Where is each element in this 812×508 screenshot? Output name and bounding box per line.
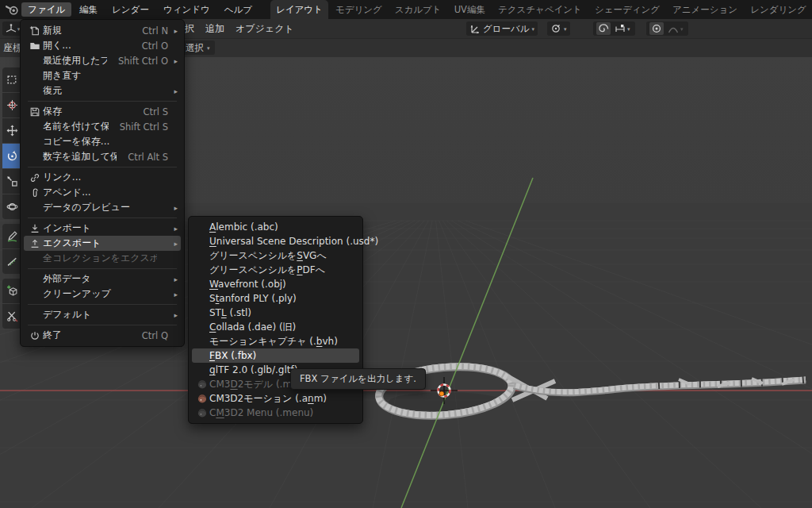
file-menu-item[interactable]: コピーを保存...: [24, 134, 181, 149]
workspace-tab-シェーディング[interactable]: シェーディング: [589, 0, 665, 19]
export-menu-item[interactable]: Universal Scene Description (.usd*): [192, 234, 359, 248]
falloff-curve-dropdown[interactable]: ▾: [666, 22, 685, 35]
menu-item-label: 新規: [43, 24, 131, 37]
file-menu-item[interactable]: 最近使用したファイルShift Ctrl O▸: [24, 53, 181, 68]
file-menu-item: 全コレクションをエクスポート: [24, 251, 181, 266]
menu-item-label: 全コレクションをエクスポート: [43, 252, 157, 265]
menu-separator: [28, 304, 177, 305]
workspace-tab-レイアウト[interactable]: レイアウト: [270, 0, 328, 19]
save-icon: [27, 106, 43, 117]
export-menu-item[interactable]: Alembic (.abc): [192, 220, 359, 234]
import-icon: [27, 223, 43, 234]
workspace-tab-レンダリング[interactable]: レンダリング: [745, 0, 812, 19]
file-menu-item[interactable]: 開き直す: [24, 68, 181, 83]
menu-item-label: 開き直す: [43, 69, 157, 83]
file-menu-item[interactable]: クリーンアップ▸: [24, 287, 181, 302]
select-mode-dropdown[interactable]: 選択 ▾: [181, 40, 215, 55]
menubar-item-編集[interactable]: 編集: [73, 2, 104, 17]
submenu-arrow-icon: ▸: [168, 240, 178, 248]
menu-item-label: エクスポート: [43, 237, 157, 250]
falloff-curve-icon: [668, 23, 679, 34]
menubar-item-ヘルプ[interactable]: ヘルプ: [218, 2, 259, 17]
workspace-tab-アニメーション[interactable]: アニメーション: [667, 0, 743, 19]
menu-item-shortcut: Ctrl S: [144, 106, 168, 117]
menu-item-shortcut: Ctrl Q: [142, 330, 168, 341]
chevron-down-icon: ▾: [564, 26, 567, 33]
export-menu-item: CM3D2 Menu (.menu): [192, 406, 359, 420]
export-menu-item[interactable]: CM3D2モーション (.anm): [192, 391, 359, 406]
menu-item-label: Alembic (.abc): [209, 221, 278, 233]
blender-logo-icon[interactable]: [3, 1, 21, 18]
menubar-item-ファイル[interactable]: ファイル: [21, 2, 71, 17]
submenu-arrow-icon: ▸: [168, 204, 178, 212]
export-menu-item[interactable]: モーションキャプチャ (.bvh): [192, 334, 359, 348]
transform-orientation-dropdown[interactable]: グローバル ▾: [466, 21, 538, 36]
file-menu-item[interactable]: デフォルト▸: [24, 307, 181, 322]
viewport-menus: 選択追加オブジェクト: [170, 19, 300, 38]
workspace-tab-モデリング[interactable]: モデリング: [330, 0, 388, 19]
export-menu-item[interactable]: FBX (.fbx): [192, 348, 359, 363]
file-menu-item[interactable]: 新規Ctrl N▸: [24, 23, 181, 38]
menu-item-label: コピーを保存...: [43, 135, 157, 148]
export-icon: [27, 238, 43, 249]
viewport-menu-追加[interactable]: 追加: [200, 21, 230, 36]
file-menu-item[interactable]: 保存Ctrl S: [24, 104, 181, 119]
workspace-tab-スカルプト[interactable]: スカルプト: [389, 0, 447, 19]
select-dropdown-label: 選択: [186, 42, 204, 54]
submenu-arrow-icon: ▸: [168, 225, 178, 233]
menu-item-label: グリースペンシルをSVGへ: [209, 249, 327, 263]
spiral-icon: [598, 23, 609, 34]
menu-item-label: グリースペンシルをPDFへ: [209, 264, 325, 277]
snap-target-icon: [550, 23, 561, 34]
file-menu-item[interactable]: インポート▸: [24, 221, 181, 236]
menubar: ファイル編集レンダーウィンドウヘルプ: [21, 2, 259, 17]
file-menu-item[interactable]: 数字を追加して保存Ctrl Alt S: [24, 149, 181, 164]
workspace-tab-テクスチャペイント[interactable]: テクスチャペイント: [492, 0, 588, 19]
menu-item-shortcut: Ctrl N: [142, 25, 168, 37]
menu-item-label: glTF 2.0 (.glb/.gltf): [209, 364, 297, 375]
menu-item-shortcut: Shift Ctrl O: [118, 56, 168, 67]
export-menu-item[interactable]: Wavefront (.obj): [192, 277, 359, 291]
menu-item-label: データのプレビュー: [43, 201, 157, 214]
export-menu-item[interactable]: グリースペンシルをSVGへ: [192, 248, 359, 263]
export-menu-item[interactable]: グリースペンシルをPDFへ: [192, 263, 359, 277]
folder-open-icon: [27, 40, 43, 52]
file-menu-item[interactable]: 復元▸: [24, 83, 181, 98]
submenu-arrow-icon: ▸: [168, 275, 178, 283]
proportional-size-dropdown[interactable]: ▾: [613, 22, 632, 35]
file-menu-item[interactable]: 開く...Ctrl O: [24, 38, 181, 53]
blender-window: { "window": {"app": "Blender", "accent_c…: [0, 0, 812, 508]
cm3d2-face-icon: [194, 393, 209, 404]
workspace-tab-UV編集[interactable]: UV編集: [449, 0, 491, 19]
orientation-axes-icon: [469, 23, 481, 34]
file-menu-item[interactable]: アペンド...: [24, 185, 181, 200]
file-menu-item[interactable]: 終了Ctrl Q: [24, 328, 181, 343]
file-menu-item[interactable]: エクスポート▸: [24, 236, 181, 251]
menu-item-label: Wavefront (.obj): [209, 279, 286, 290]
submenu-arrow-icon: ▸: [168, 87, 178, 95]
workspace-tabs: レイアウトモデリングスカルプトUV編集テクスチャペイントシェーディングアニメーシ…: [270, 0, 812, 19]
proportional-editing-toggle[interactable]: [596, 22, 611, 35]
menu-item-label: 最近使用したファイル: [43, 54, 107, 67]
menubar-item-レンダー[interactable]: レンダー: [105, 2, 155, 17]
object-origin-dot[interactable]: [439, 391, 444, 396]
falloff-sphere-toggle[interactable]: [649, 22, 664, 35]
file-new-icon: [27, 25, 43, 37]
menubar-item-ウィンドウ[interactable]: ウィンドウ: [157, 2, 216, 17]
file-menu-item[interactable]: データのプレビュー▸: [24, 200, 181, 215]
chevron-down-icon: ▾: [532, 26, 535, 33]
export-menu-item[interactable]: Stanford PLY (.ply): [192, 291, 359, 306]
submenu-arrow-icon: ▸: [168, 291, 178, 298]
viewport-menu-オブジェクト[interactable]: オブジェクト: [230, 21, 300, 36]
menu-item-label: リンク...: [43, 171, 157, 184]
file-menu-item[interactable]: 外部データ▸: [24, 271, 181, 287]
menu-item-label: モーションキャプチャ (.bvh): [209, 335, 338, 348]
file-menu-item[interactable]: 名前を付けて保存...Shift Ctrl S: [24, 119, 181, 134]
menu-item-label: Universal Scene Description (.usd*): [209, 236, 378, 247]
export-menu-item[interactable]: STL (.stl): [192, 306, 359, 320]
menu-item-label: CM3D2 Menu (.menu): [209, 407, 313, 418]
export-menu-item[interactable]: Collada (.dae) (旧): [192, 320, 359, 334]
submenu-arrow-icon: ▸: [168, 57, 178, 65]
snap-dropdown[interactable]: ▾: [547, 21, 570, 36]
file-menu-item[interactable]: リンク...: [24, 170, 181, 185]
